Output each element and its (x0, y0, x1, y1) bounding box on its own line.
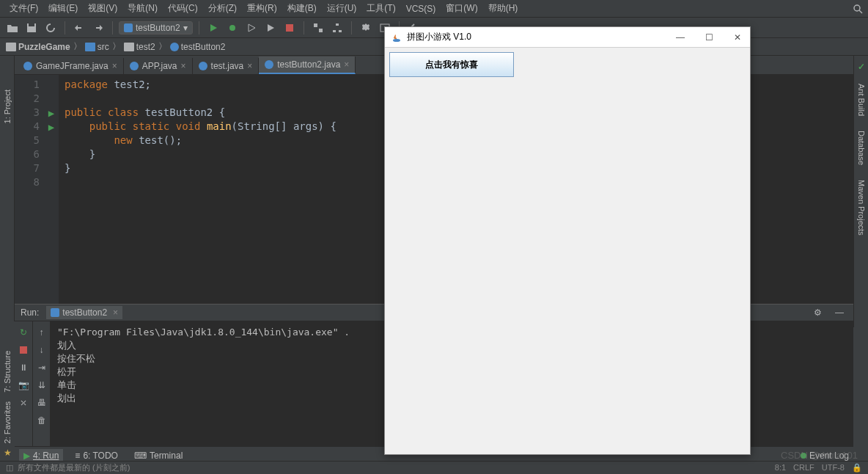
menu-window[interactable]: 窗口(W) (441, 2, 482, 15)
ant-tool-tab[interactable]: Ant Build (856, 81, 867, 119)
settings-icon[interactable] (358, 20, 374, 36)
redo-icon[interactable] (90, 20, 106, 36)
scroll-icon[interactable]: ⇊ (35, 379, 48, 392)
run-tool-tab[interactable]: ▶4: Run (19, 449, 63, 462)
terminal-tool-tab[interactable]: ⌨Terminal (130, 449, 187, 462)
maximize-icon[interactable]: ☐ (702, 32, 716, 43)
save-icon[interactable] (23, 20, 40, 36)
close-icon[interactable]: ✕ (731, 32, 744, 43)
menu-edit[interactable]: 编辑(E) (43, 2, 83, 15)
breadcrumb-project[interactable]: PuzzleGame (6, 42, 70, 52)
debug-icon[interactable] (224, 20, 240, 36)
database-tool-tab[interactable]: Database (856, 128, 867, 168)
stop-icon[interactable] (282, 20, 298, 36)
breadcrumb-file[interactable]: testButton2 (170, 42, 226, 52)
undo-icon[interactable] (71, 20, 87, 36)
profile-icon[interactable] (262, 20, 279, 36)
menu-vcs[interactable]: VCS(S) (401, 4, 441, 14)
search-icon[interactable] (852, 3, 864, 15)
run-tab[interactable]: testButton2× (46, 306, 122, 319)
run-config-selector[interactable]: testButton2 ▾ (119, 21, 193, 34)
menu-file[interactable]: 文件(F) (4, 2, 43, 15)
close-icon[interactable]: × (112, 61, 117, 71)
menu-build[interactable]: 构建(B) (282, 2, 322, 15)
menu-navigate[interactable]: 导航(N) (122, 2, 163, 15)
hierarchy-icon[interactable] (329, 20, 345, 36)
java-window-titlebar[interactable]: 拼图小游戏 V1.0 — ☐ ✕ (385, 27, 750, 48)
maven-tool-tab[interactable]: Maven Projects (856, 177, 867, 238)
menu-code[interactable]: 代码(C) (163, 2, 203, 15)
menu-analyze[interactable]: 分析(Z) (203, 2, 242, 15)
svg-rect-22 (20, 346, 27, 354)
surprise-button[interactable]: 点击我有惊喜 (389, 52, 514, 77)
stop-icon[interactable] (17, 343, 30, 357)
tab-app[interactable]: APP.java× (124, 58, 193, 74)
close-icon[interactable]: × (113, 307, 118, 318)
line-separator[interactable]: CRLF (793, 463, 814, 473)
tab-gamejframe[interactable]: GameJFrame.java× (18, 58, 124, 74)
chevron-down-icon: ▾ (183, 23, 188, 33)
open-icon[interactable] (4, 20, 21, 36)
svg-point-17 (23, 62, 32, 70)
menu-help[interactable]: 帮助(H) (483, 2, 523, 15)
caret-position[interactable]: 8:1 (775, 463, 786, 473)
menu-refactor[interactable]: 重构(R) (242, 2, 282, 15)
gear-icon[interactable]: ⚙ (809, 305, 825, 321)
down-icon[interactable]: ↓ (35, 343, 48, 357)
tab-testbutton2[interactable]: testButton2.java× (259, 56, 356, 74)
file-encoding[interactable]: UTF-8 (822, 463, 845, 473)
svg-rect-8 (319, 29, 323, 32)
run-gutter-icon[interactable]: ▶ (44, 120, 59, 134)
menu-view[interactable]: 视图(V) (83, 2, 122, 15)
wrap-icon[interactable]: ⇥ (35, 361, 48, 374)
tab-test[interactable]: test.java× (193, 58, 260, 74)
lock-icon[interactable]: 🔒 (852, 463, 862, 473)
left-tool-stripe: 1: Project (0, 56, 15, 327)
minimize-icon[interactable]: — (673, 32, 688, 43)
todo-tool-tab[interactable]: ≡6: TODO (70, 449, 122, 462)
svg-line-1 (859, 10, 862, 13)
up-icon[interactable]: ↑ (35, 326, 48, 339)
menu-run[interactable]: 运行(U) (322, 2, 362, 15)
menu-tools[interactable]: 工具(T) (361, 2, 400, 15)
separator (351, 21, 352, 34)
tool-windows-icon[interactable]: ◫ (6, 463, 13, 473)
rerun-icon[interactable]: ↻ (17, 326, 30, 339)
svg-rect-10 (333, 30, 336, 32)
minimize-icon[interactable]: — (831, 305, 847, 321)
svg-point-23 (393, 39, 400, 42)
run-config-name: testButton2 (136, 23, 180, 33)
breadcrumb-pkg[interactable]: test2 (124, 42, 155, 52)
structure-icon[interactable] (310, 20, 326, 36)
close-icon[interactable]: × (247, 61, 252, 71)
trash-icon[interactable]: 🗑 (35, 414, 48, 427)
svg-rect-3 (29, 23, 34, 26)
dump-icon[interactable]: 📷 (17, 379, 30, 392)
run-icon[interactable] (205, 20, 221, 36)
svg-point-20 (265, 60, 273, 69)
svg-rect-13 (6, 43, 16, 51)
run-gutter-icon[interactable]: ▶ (44, 106, 59, 120)
close-icon[interactable]: × (181, 61, 186, 71)
svg-rect-6 (286, 24, 293, 32)
svg-point-5 (229, 25, 235, 31)
svg-point-19 (199, 62, 207, 70)
print-icon[interactable]: 🖶 (35, 396, 48, 409)
coverage-icon[interactable] (243, 20, 260, 36)
inspection-ok-icon[interactable]: ✓ (858, 62, 865, 72)
java-window-body: 点击我有惊喜 (385, 48, 750, 81)
favorites-tool-tab[interactable]: 2: Favorites (1, 397, 13, 448)
close-icon[interactable]: × (344, 59, 349, 70)
separator (304, 21, 304, 34)
pause-icon[interactable]: ⏸ (17, 361, 30, 374)
structure-tool-tab[interactable]: 7: Structure (1, 346, 13, 397)
java-window-title: 拼图小游戏 V1.0 (407, 31, 471, 43)
exit-icon[interactable]: ⤫ (17, 396, 30, 409)
java-cup-icon (391, 32, 402, 43)
sync-icon[interactable] (43, 20, 59, 36)
breadcrumb-src[interactable]: src (85, 42, 109, 52)
svg-point-18 (130, 62, 139, 70)
project-tool-tab[interactable]: 1: Project (1, 85, 13, 128)
java-window[interactable]: 拼图小游戏 V1.0 — ☐ ✕ 点击我有惊喜 (384, 26, 751, 455)
star-icon: ★ (4, 448, 12, 458)
